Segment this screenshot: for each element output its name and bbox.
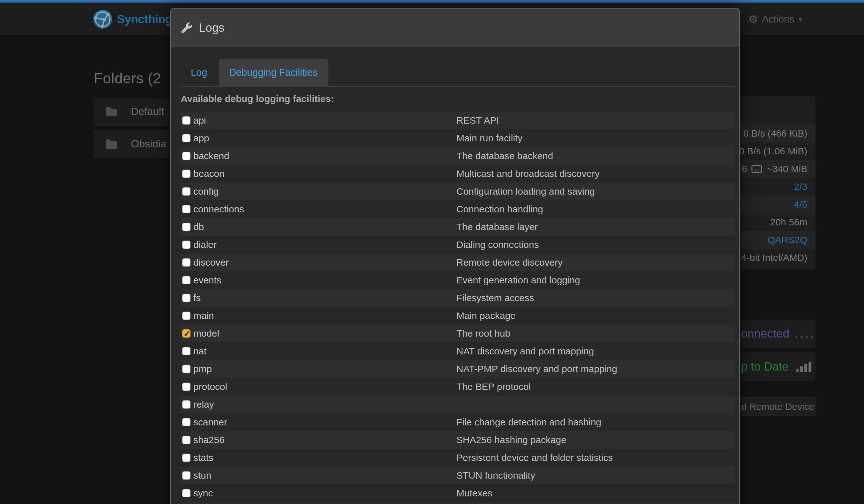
facility-description: The database layer bbox=[456, 218, 538, 236]
facility-name: dialer bbox=[193, 236, 216, 254]
add-remote-device-label: d Remote Device bbox=[741, 397, 814, 416]
facility-checkbox-protocol[interactable] bbox=[182, 383, 191, 391]
facility-name: protocol bbox=[193, 378, 227, 396]
facility-row: apiREST API bbox=[181, 111, 735, 129]
facility-checkbox-model[interactable] bbox=[182, 329, 191, 338]
facility-name: sha256 bbox=[193, 431, 224, 449]
facility-description: Main run facility bbox=[456, 129, 522, 147]
facility-row: fsFilesystem access bbox=[181, 289, 735, 307]
tab-log[interactable]: Log bbox=[181, 59, 217, 86]
facility-description: Connection handling bbox=[456, 200, 543, 218]
facility-row: dialerDialing connections bbox=[181, 236, 735, 254]
facility-checkbox-beacon[interactable] bbox=[182, 170, 191, 178]
facility-row: beaconMulticast and broadcast discovery bbox=[181, 165, 735, 183]
facility-description: Persistent device and folder statistics bbox=[456, 449, 613, 467]
top-accent-bar bbox=[0, 0, 864, 3]
folder-icon bbox=[106, 107, 118, 116]
actions-label: Actions bbox=[762, 14, 794, 25]
brand-title: Syncthing bbox=[117, 13, 172, 26]
syncthing-brand[interactable]: Syncthing bbox=[93, 9, 172, 29]
facility-name: app bbox=[193, 129, 209, 147]
facility-name: events bbox=[193, 271, 221, 289]
facility-checkbox-app[interactable] bbox=[182, 134, 191, 142]
actions-menu-button[interactable]: ⚙ Actions ▾ bbox=[748, 3, 802, 36]
facility-row: connectionsConnection handling bbox=[181, 200, 735, 218]
facility-description: The root hub bbox=[456, 325, 510, 342]
facility-row: relay bbox=[181, 396, 735, 413]
facility-name: config bbox=[193, 183, 219, 200]
logs-modal: Logs Log Debugging Facilities Available … bbox=[170, 8, 740, 504]
facility-description: Filesystem access bbox=[456, 289, 534, 307]
tab-debugging-facilities[interactable]: Debugging Facilities bbox=[219, 59, 328, 86]
facility-checkbox-dialer[interactable] bbox=[182, 241, 191, 249]
facility-description: Configuration loading and saving bbox=[456, 183, 595, 200]
facility-checkbox-api[interactable] bbox=[182, 116, 191, 124]
wrench-icon bbox=[181, 23, 192, 33]
facility-row: statsPersistent device and folder statis… bbox=[181, 449, 735, 467]
disconnected-status: onnected bbox=[741, 327, 789, 340]
facility-row: discoverRemote device discovery bbox=[181, 254, 735, 271]
dotted-underline: .... bbox=[795, 327, 816, 340]
facility-name: fs bbox=[193, 289, 201, 307]
facility-description: Remote device discovery bbox=[456, 254, 563, 271]
facility-checkbox-discover[interactable] bbox=[182, 258, 191, 267]
facility-row: protocolThe BEP protocol bbox=[181, 378, 735, 396]
facility-checkbox-sync[interactable] bbox=[182, 489, 191, 497]
folder-icon bbox=[106, 139, 118, 149]
modal-tabs: Log Debugging Facilities bbox=[181, 59, 735, 86]
facility-checkbox-scanner[interactable] bbox=[182, 418, 191, 426]
facility-checkbox-main[interactable] bbox=[182, 312, 191, 320]
facility-row: pmpNAT-PMP discovery and port mapping bbox=[181, 360, 735, 378]
facility-row: eventsEvent generation and logging bbox=[181, 271, 735, 289]
facility-name: api bbox=[193, 111, 206, 129]
facility-name: db bbox=[193, 218, 204, 236]
facility-name: backend bbox=[193, 147, 229, 165]
facility-description: Multicast and broadcast discovery bbox=[456, 165, 600, 183]
facilities-heading: Available debug logging facilities: bbox=[181, 94, 334, 104]
facility-name: discover bbox=[193, 254, 229, 271]
facility-checkbox-nat[interactable] bbox=[182, 347, 191, 355]
up-to-date-status: p to Date bbox=[741, 360, 789, 373]
facility-name: pmp bbox=[193, 360, 212, 378]
facility-description: Main package bbox=[456, 307, 516, 325]
signal-bars-icon bbox=[796, 362, 812, 372]
facility-name: main bbox=[193, 307, 214, 325]
facility-checkbox-db[interactable] bbox=[182, 223, 191, 231]
facility-name: stats bbox=[193, 449, 213, 467]
facility-checkbox-sha256[interactable] bbox=[182, 436, 191, 444]
facility-name: scanner bbox=[193, 413, 227, 431]
facility-description: STUN functionality bbox=[456, 467, 535, 484]
facility-checkbox-connections[interactable] bbox=[182, 205, 191, 213]
facility-name: model bbox=[193, 325, 219, 342]
facility-description: The BEP protocol bbox=[456, 378, 531, 396]
facility-description: File change detection and hashing bbox=[456, 413, 601, 431]
facility-row: appMain run facility bbox=[181, 129, 735, 147]
facility-checkbox-backend[interactable] bbox=[182, 152, 191, 160]
facilities-table: apiREST APIappMain run facilitybackendTh… bbox=[181, 111, 735, 504]
facility-row: scannerFile change detection and hashing bbox=[181, 413, 735, 431]
modal-title: Logs bbox=[199, 21, 224, 35]
facility-row-partial bbox=[181, 502, 735, 504]
facility-row: stunSTUN functionality bbox=[181, 467, 735, 484]
facility-description: Event generation and logging bbox=[456, 271, 580, 289]
facility-name: relay bbox=[193, 396, 214, 413]
facility-checkbox-stun[interactable] bbox=[182, 471, 191, 480]
facility-checkbox-config[interactable] bbox=[182, 187, 191, 195]
facility-row: dbThe database layer bbox=[181, 218, 735, 236]
facility-row: modelThe root hub bbox=[181, 325, 735, 342]
logs-modal-header: Logs bbox=[171, 9, 739, 47]
facility-row: backendThe database backend bbox=[181, 147, 735, 165]
folder-name: Obsidia bbox=[131, 138, 166, 150]
facility-description: The database backend bbox=[456, 147, 553, 165]
facility-description: NAT discovery and port mapping bbox=[456, 342, 594, 360]
facility-description: REST API bbox=[456, 111, 499, 129]
facility-name: sync bbox=[193, 484, 213, 502]
facility-row: mainMain package bbox=[181, 307, 735, 325]
facility-checkbox-relay[interactable] bbox=[182, 400, 191, 409]
folders-heading: Folders (2 bbox=[94, 70, 161, 87]
facility-checkbox-pmp[interactable] bbox=[182, 365, 191, 373]
facility-description: Dialing connections bbox=[456, 236, 539, 254]
facility-checkbox-stats[interactable] bbox=[182, 454, 191, 462]
facility-checkbox-fs[interactable] bbox=[182, 294, 191, 302]
facility-checkbox-events[interactable] bbox=[182, 276, 191, 284]
